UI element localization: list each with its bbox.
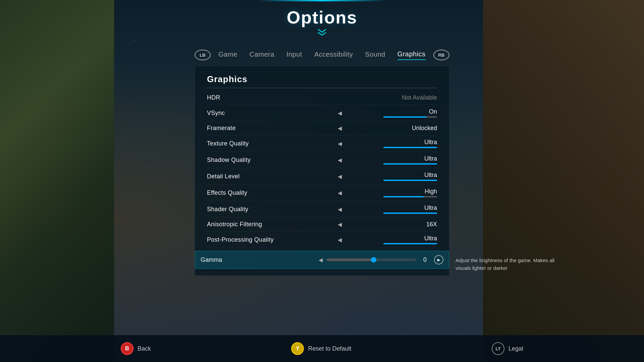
content-panel: Graphics HDR Not Available VSync ◀ On xyxy=(195,66,449,276)
setting-value-area-detail: Ultra xyxy=(345,172,437,181)
slider-fill-texture xyxy=(383,147,437,148)
gamma-play-button[interactable]: ▶ xyxy=(434,255,443,264)
setting-name-aniso: Anisotropic Filtering xyxy=(207,221,334,228)
arrow-left-texture[interactable]: ◀ xyxy=(338,140,342,147)
slider-detail xyxy=(383,180,437,181)
setting-value-vsync: On xyxy=(429,108,437,115)
setting-value-area-hdr: Not Available xyxy=(338,94,437,101)
slider-shadow xyxy=(383,163,437,165)
tab-sound[interactable]: Sound xyxy=(365,51,385,60)
tab-input[interactable]: Input xyxy=(286,51,302,60)
slider-texture xyxy=(383,147,437,148)
gamma-slider-fill xyxy=(327,258,373,261)
setting-row-aniso[interactable]: Anisotropic Filtering ◀ 16X xyxy=(207,218,437,232)
setting-value-texture: Ultra xyxy=(424,139,437,146)
setting-name-hdr: HDR xyxy=(207,94,334,101)
nav-right-button[interactable]: RB xyxy=(433,50,449,60)
slider-shader xyxy=(383,213,437,214)
arrow-left-aniso[interactable]: ◀ xyxy=(338,221,342,228)
setting-name-framerate: Framerate xyxy=(207,125,334,132)
slider-fill-effects xyxy=(383,196,424,197)
setting-row-vsync[interactable]: VSync ◀ On xyxy=(207,105,437,121)
arrow-left-shadow[interactable]: ◀ xyxy=(338,157,342,163)
setting-value-framerate: Unlocked xyxy=(412,125,437,132)
setting-name-postprocess: Post-Processing Quality xyxy=(207,236,334,243)
setting-value-effects: High xyxy=(425,188,437,195)
tab-camera[interactable]: Camera xyxy=(250,51,274,60)
setting-row-texture[interactable]: Texture Quality ◀ Ultra xyxy=(207,135,437,152)
setting-row-framerate[interactable]: Framerate ◀ Unlocked xyxy=(207,121,437,135)
setting-value-hdr: Not Available xyxy=(402,94,437,101)
main-container: Options LB Game Camera Input Accessibili… xyxy=(0,0,644,362)
slider-fill-detail xyxy=(383,180,437,181)
gamma-handle xyxy=(371,257,376,262)
slider-fill-shader xyxy=(383,213,437,214)
slider-fill-vsync xyxy=(383,116,426,118)
setting-value-detail: Ultra xyxy=(424,172,437,179)
setting-name-vsync: VSync xyxy=(207,110,334,117)
gamma-slider[interactable] xyxy=(327,258,416,261)
arrow-left-framerate[interactable]: ◀ xyxy=(338,125,342,131)
tabs-list: Game Camera Input Accessibility Sound Gr… xyxy=(218,50,425,60)
setting-row-effects[interactable]: Effects Quality ◀ High xyxy=(207,185,437,201)
setting-row-shader[interactable]: Shader Quality ◀ Ultra xyxy=(207,201,437,218)
tab-graphics[interactable]: Graphics xyxy=(397,50,426,60)
setting-value-area-shadow: Ultra xyxy=(345,155,437,165)
setting-row-postprocess[interactable]: Post-Processing Quality ◀ Ultra xyxy=(207,232,437,248)
setting-value-area-framerate: Unlocked xyxy=(345,125,437,132)
slider-postprocess xyxy=(383,243,437,244)
setting-value-aniso: 16X xyxy=(426,221,437,228)
slider-fill-shadow xyxy=(383,163,437,165)
setting-name-effects: Effects Quality xyxy=(207,189,334,196)
chevron-icon xyxy=(317,29,327,38)
section-title: Graphics xyxy=(207,74,437,88)
setting-name-texture: Texture Quality xyxy=(207,140,334,147)
top-accent xyxy=(258,0,386,1)
setting-name-shader: Shader Quality xyxy=(207,206,334,213)
arrow-left-postprocess[interactable]: ◀ xyxy=(338,237,342,243)
setting-value-shadow: Ultra xyxy=(424,155,437,162)
setting-name-detail: Detail Level xyxy=(207,173,334,180)
setting-name-shadow: Shadow Quality xyxy=(207,157,334,164)
settings-list: HDR Not Available VSync ◀ On Framerate xyxy=(207,91,437,248)
slider-vsync xyxy=(383,116,437,118)
tab-game[interactable]: Game xyxy=(218,51,237,60)
setting-value-area-shader: Ultra xyxy=(345,204,437,214)
setting-value-area-postprocess: Ultra xyxy=(345,235,437,244)
gamma-row[interactable]: Gamma ◀ 0 ▶ Adjust the brightness of the… xyxy=(195,251,449,269)
slider-effects xyxy=(383,196,437,197)
gamma-value: 0 xyxy=(420,256,430,263)
gamma-tooltip: Adjust the brightness of the game. Makes… xyxy=(455,257,556,272)
setting-value-shader: Ultra xyxy=(424,204,437,212)
setting-row-hdr: HDR Not Available xyxy=(207,91,437,105)
setting-value-area-aniso: 16X xyxy=(345,221,437,228)
arrow-left-vsync[interactable]: ◀ xyxy=(338,110,342,116)
nav-left-button[interactable]: LB xyxy=(195,50,211,60)
setting-value-area-texture: Ultra xyxy=(345,139,437,148)
arrow-left-detail[interactable]: ◀ xyxy=(338,173,342,180)
setting-row-detail[interactable]: Detail Level ◀ Ultra xyxy=(207,168,437,185)
tab-accessibility[interactable]: Accessibility xyxy=(314,51,353,60)
setting-value-area-effects: High xyxy=(345,188,437,197)
setting-row-shadow[interactable]: Shadow Quality ◀ Ultra xyxy=(207,152,437,168)
gamma-name: Gamma xyxy=(201,256,315,263)
nav-tabs: LB Game Camera Input Accessibility Sound… xyxy=(195,50,449,60)
gamma-arrow-left[interactable]: ◀ xyxy=(319,257,323,263)
arrow-left-effects[interactable]: ◀ xyxy=(338,190,342,196)
page-title: Options xyxy=(287,7,357,27)
arrow-left-shader[interactable]: ◀ xyxy=(338,206,342,213)
slider-fill-postprocess xyxy=(383,243,437,244)
setting-value-area-vsync: On xyxy=(345,108,437,118)
setting-value-postprocess: Ultra xyxy=(424,235,437,242)
